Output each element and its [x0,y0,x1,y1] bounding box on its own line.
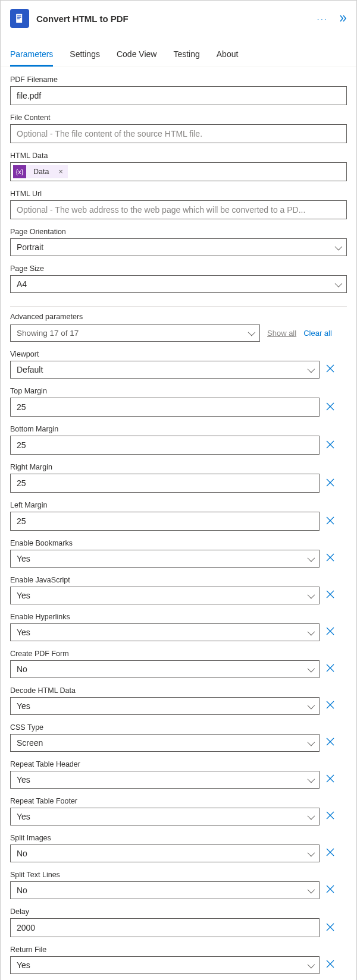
panel-header: Convert HTML to PDF ··· [1,1,356,34]
remove-param-button[interactable] [325,401,335,417]
close-icon [325,700,335,710]
adv-param-input[interactable] [10,512,320,531]
adv-param-label: Left Margin [10,501,320,509]
advanced-header: Advanced parameters [10,313,347,321]
adv-param-value: Yes [17,812,30,821]
adv-param-select[interactable]: No [10,660,320,678]
adv-param-select[interactable]: Yes [10,771,320,789]
tab-parameters[interactable]: Parameters [10,46,53,67]
divider [10,306,347,307]
chevron-down-icon [308,886,313,895]
adv-param-row: Repeat Table HeaderYes [10,760,347,789]
remove-param-button[interactable] [325,884,335,899]
chevron-right-double-icon [339,14,347,23]
remove-param-button[interactable] [325,626,335,641]
remove-param-button[interactable] [325,773,335,789]
connector-icon [10,9,29,28]
file-content-label: File Content [10,114,347,122]
remove-param-button[interactable] [325,515,335,531]
adv-param-value: Yes [17,591,30,600]
document-icon [14,12,26,24]
chevron-down-icon [308,664,313,674]
close-icon [325,737,335,746]
adv-param-input[interactable] [10,398,320,417]
chevron-down-icon [308,701,313,711]
adv-param-row: Split Text LinesNo [10,871,347,899]
chevron-down-icon [308,849,313,858]
adv-param-label: Return File [10,946,320,954]
close-icon [325,590,335,599]
page-orientation-select[interactable]: Portrait [10,238,347,256]
advanced-summary-text: Showing 17 of 17 [17,329,79,338]
tab-settings[interactable]: Settings [70,46,100,67]
remove-param-button[interactable] [325,847,335,862]
chevron-down-icon [308,775,313,784]
close-icon [325,478,335,487]
adv-param-select[interactable]: No [10,881,320,899]
remove-param-button[interactable] [325,589,335,604]
adv-param-select[interactable]: No [10,844,320,862]
advanced-summary-select[interactable]: Showing 17 of 17 [10,324,260,342]
tab-code-view[interactable]: Code View [117,46,156,67]
remove-param-button[interactable] [325,663,335,678]
adv-param-label: Enable JavaScript [10,576,320,584]
tabs-bar: Parameters Settings Code View Testing Ab… [1,46,356,67]
adv-param-row: Enable HyperlinksYes [10,613,347,641]
collapse-button[interactable] [339,14,347,23]
adv-param-input[interactable] [10,918,320,937]
pdf-filename-input[interactable] [10,86,347,105]
adv-param-select[interactable]: Yes [10,587,320,604]
adv-param-row: Delay [10,907,347,937]
adv-param-select[interactable]: Yes [10,623,320,641]
tab-testing[interactable]: Testing [173,46,199,67]
page-size-select[interactable]: A4 [10,275,347,293]
remove-param-button[interactable] [325,477,335,493]
remove-param-button[interactable] [325,699,335,715]
close-icon [325,922,335,932]
remove-param-button[interactable] [325,552,335,568]
remove-param-button[interactable] [325,736,335,752]
adv-param-row: Bottom Margin [10,425,347,455]
remove-param-button[interactable] [325,922,335,937]
adv-param-select[interactable]: Yes [10,956,320,974]
adv-param-row: Enable JavaScriptYes [10,576,347,604]
token-remove-button[interactable]: × [58,168,62,176]
close-icon [325,516,335,525]
close-icon [325,847,335,857]
adv-param-label: Top Margin [10,387,320,395]
page-size-label: Page Size [10,264,347,273]
file-content-input[interactable] [10,124,347,143]
show-all-link[interactable]: Show all [267,329,296,338]
more-menu-button[interactable]: ··· [317,14,328,24]
adv-param-label: Delay [10,907,320,916]
chevron-down-icon [308,812,313,821]
adv-param-value: Screen [17,738,43,748]
close-icon [325,364,335,373]
adv-param-select[interactable]: Yes [10,697,320,715]
remove-param-button[interactable] [325,363,335,379]
adv-param-select[interactable]: Yes [10,550,320,568]
adv-param-input[interactable] [10,436,320,455]
adv-param-row: ViewportDefault [10,350,347,379]
tab-about[interactable]: About [217,46,239,67]
html-data-input[interactable]: {x} Data × [10,162,347,181]
adv-param-label: Viewport [10,350,320,358]
close-icon [325,402,335,411]
page-size-value: A4 [17,279,27,289]
close-icon [325,959,335,969]
adv-param-value: No [17,664,27,674]
adv-param-select[interactable]: Yes [10,808,320,825]
adv-param-select[interactable]: Default [10,361,320,379]
page-orientation-label: Page Orientation [10,228,347,236]
adv-param-input[interactable] [10,474,320,493]
adv-param-select[interactable]: Screen [10,734,320,752]
clear-all-link[interactable]: Clear all [303,329,332,338]
remove-param-button[interactable] [325,810,335,825]
remove-param-button[interactable] [325,439,335,455]
form-body: PDF Filename File Content HTML Data {x} … [1,67,356,974]
chevron-down-icon [308,738,313,748]
adv-param-value: No [17,886,27,895]
data-token[interactable]: {x} Data × [13,165,68,178]
remove-param-button[interactable] [325,959,335,974]
html-url-input[interactable] [10,200,347,219]
